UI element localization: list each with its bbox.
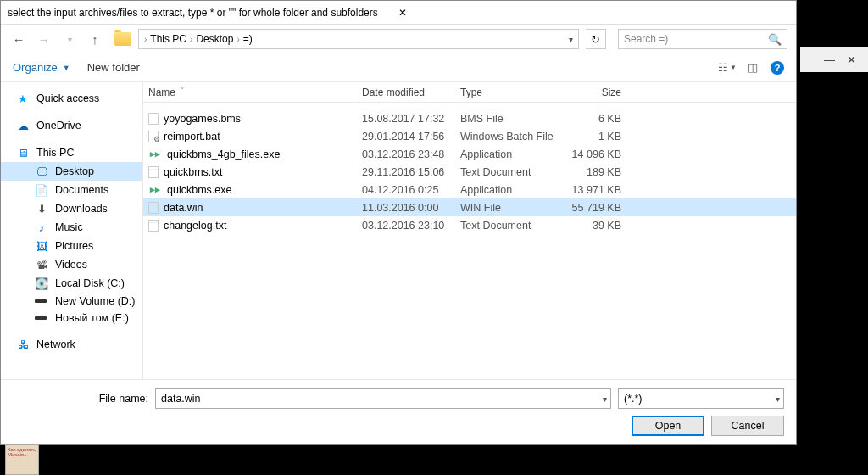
- col-name[interactable]: Name˅: [143, 87, 362, 98]
- file-date: 29.01.2014 17:56: [362, 131, 460, 142]
- search-icon[interactable]: 🔍: [768, 33, 782, 46]
- filename-value: data.win: [161, 393, 201, 405]
- file-type: Application: [460, 184, 562, 196]
- file-size: 1 KB: [562, 131, 630, 142]
- file-type: Windows Batch File: [460, 131, 562, 142]
- col-type[interactable]: Type: [460, 87, 562, 98]
- sidebar-item-network[interactable]: 🖧Network: [1, 335, 142, 354]
- preview-pane-icon[interactable]: ◫: [745, 60, 760, 75]
- file-row[interactable]: reimport.bat29.01.2014 17:56Windows Batc…: [143, 127, 796, 145]
- breadcrumb-desktop[interactable]: Desktop: [196, 33, 233, 45]
- file-icon: ▸▸: [148, 148, 162, 161]
- col-date[interactable]: Date modified: [362, 87, 460, 98]
- sidebar-item-localdisk[interactable]: 💽Local Disk (C:): [1, 274, 142, 293]
- history-dropdown-icon[interactable]: ▾: [60, 30, 79, 48]
- chevron-right-icon: ›: [144, 35, 147, 44]
- close-icon[interactable]: ✕: [847, 53, 856, 66]
- file-row[interactable]: changelog.txt03.12.2016 23:10Text Docume…: [143, 216, 796, 234]
- forward-icon: →: [35, 30, 53, 48]
- sidebar-item-onedrive[interactable]: ☁OneDrive: [1, 116, 142, 135]
- chevron-down-icon[interactable]: ▾: [569, 35, 573, 44]
- dialog-title: select the input archives/files to extra…: [8, 7, 393, 19]
- file-icon: [148, 166, 159, 178]
- filename-input[interactable]: data.win ▾: [155, 388, 611, 409]
- chevron-right-icon: ›: [190, 35, 192, 44]
- filename-label: File name:: [13, 393, 148, 405]
- file-size: 6 KB: [562, 113, 630, 125]
- file-name: quickbms.txt: [164, 166, 222, 178]
- file-size: 13 971 KB: [562, 184, 630, 196]
- file-row[interactable]: ▸▸quickbms.exe04.12.2016 0:25Application…: [143, 181, 796, 198]
- up-icon[interactable]: ↑: [86, 30, 104, 48]
- sidebar-item-quick-access[interactable]: ★Quick access: [1, 89, 142, 108]
- sidebar-item-documents[interactable]: 📄Documents: [1, 181, 142, 199]
- file-icon: [148, 220, 159, 232]
- file-date: 03.12.2016 23:10: [362, 220, 460, 232]
- file-size: 189 KB: [562, 166, 630, 178]
- breadcrumb-thispc[interactable]: This PC: [150, 33, 186, 45]
- breadcrumb[interactable]: › This PC › Desktop › =) ▾: [138, 29, 579, 49]
- organize-button[interactable]: Organize: [13, 61, 58, 74]
- taskbar-thumbnail[interactable]: Как сделать Mosaic...: [5, 444, 39, 475]
- file-name: changelog.txt: [164, 220, 226, 232]
- folder-icon: [114, 32, 131, 46]
- sidebar-item-music[interactable]: ♪Music: [1, 218, 142, 237]
- breadcrumb-current[interactable]: =): [243, 33, 253, 45]
- help-icon[interactable]: ?: [771, 61, 784, 75]
- file-date: 03.12.2016 23:48: [362, 148, 460, 160]
- command-toolbar: Organize ▼ New folder ☷ ▼ ◫ ?: [1, 53, 796, 82]
- back-icon[interactable]: ←: [9, 30, 28, 48]
- file-row[interactable]: data.win11.03.2016 0:00WIN File55 719 KB: [143, 198, 796, 216]
- col-size[interactable]: Size: [562, 87, 630, 98]
- file-icon: [148, 113, 159, 125]
- file-open-dialog: select the input archives/files to extra…: [0, 0, 797, 445]
- cancel-button[interactable]: Cancel: [711, 416, 784, 436]
- filetype-value: (*.*): [624, 393, 643, 405]
- file-name: data.win: [164, 202, 203, 214]
- sidebar-item-novyi[interactable]: Новый том (E:): [1, 310, 142, 327]
- file-type: Text Document: [460, 166, 562, 178]
- chevron-down-icon[interactable]: ▾: [776, 394, 780, 404]
- navigation-tree: ★Quick access ☁OneDrive 🖥This PC 🖵Deskto…: [1, 82, 143, 379]
- file-date: 29.11.2016 15:06: [362, 166, 460, 178]
- file-icon: ▸▸: [148, 183, 162, 197]
- file-row[interactable]: quickbms.txt29.11.2016 15:06Text Documen…: [143, 163, 796, 181]
- file-row[interactable]: ▸▸quickbms_4gb_files.exe03.12.2016 23:48…: [143, 145, 796, 163]
- view-options-icon[interactable]: ☷ ▼: [720, 60, 735, 75]
- file-type: Application: [460, 148, 562, 160]
- file-name: yoyogames.bms: [164, 113, 241, 125]
- nav-toolbar: ← → ▾ ↑ › This PC › Desktop › =) ▾ ↻ Sea…: [1, 25, 796, 53]
- new-folder-button[interactable]: New folder: [87, 61, 140, 74]
- file-name: quickbms.exe: [167, 184, 231, 196]
- chevron-down-icon[interactable]: ▾: [603, 394, 607, 404]
- file-name: reimport.bat: [164, 131, 220, 142]
- close-icon[interactable]: ✕: [393, 7, 789, 19]
- file-date: 04.12.2016 0:25: [362, 184, 460, 196]
- file-size: 39 KB: [562, 220, 630, 232]
- dialog-titlebar: select the input archives/files to extra…: [1, 1, 796, 25]
- sidebar-item-pictures[interactable]: 🖼Pictures: [1, 237, 142, 255]
- minimize-icon[interactable]: —: [824, 53, 835, 66]
- file-type: BMS File: [460, 113, 562, 125]
- search-placeholder: Search =): [624, 33, 668, 45]
- file-type: WIN File: [460, 202, 562, 214]
- file-icon: [148, 202, 159, 214]
- file-list: Name˅ Date modified Type Size yoyogames.…: [143, 82, 796, 379]
- search-input[interactable]: Search =) 🔍: [618, 29, 787, 49]
- file-size: 55 719 KB: [562, 202, 630, 214]
- file-row[interactable]: yoyogames.bms15.08.2017 17:32BMS File6 K…: [143, 109, 796, 127]
- file-date: 11.03.2016 0:00: [362, 202, 460, 214]
- sidebar-item-downloads[interactable]: ⬇Downloads: [1, 199, 142, 218]
- refresh-icon[interactable]: ↻: [586, 29, 606, 49]
- sidebar-item-desktop[interactable]: 🖵Desktop: [1, 162, 142, 181]
- file-size: 14 096 KB: [562, 148, 630, 160]
- sidebar-item-videos[interactable]: 📽Videos: [1, 255, 142, 274]
- chevron-right-icon: ›: [236, 35, 239, 44]
- filetype-select[interactable]: (*.*) ▾: [618, 388, 784, 409]
- chevron-down-icon[interactable]: ▼: [63, 64, 70, 72]
- column-headers: Name˅ Date modified Type Size: [143, 82, 796, 103]
- open-button[interactable]: Open: [632, 416, 704, 436]
- sidebar-item-newvolume[interactable]: New Volume (D:): [1, 293, 142, 310]
- sidebar-item-thispc[interactable]: 🖥This PC: [1, 143, 142, 162]
- background-window-titlebar: — ✕: [800, 47, 868, 72]
